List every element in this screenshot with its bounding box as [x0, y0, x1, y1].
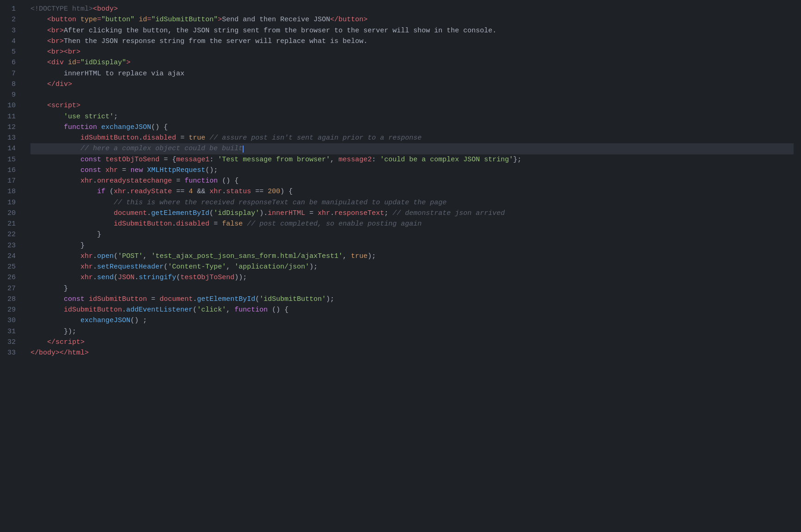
code-line-20: document.getElementById('idDisplay').inn… [31, 208, 794, 219]
code-line-14: // here a complex object could be built [31, 143, 794, 154]
line-num-7: 7 [7, 68, 16, 79]
line-num-1: 1 [7, 4, 16, 14]
code-line-28: const idSubmitButton = document.getEleme… [31, 294, 794, 305]
code-line-2: <button type="button" id="idSubmitButton… [31, 14, 794, 25]
code-line-22: } [31, 229, 794, 240]
line-num-12: 12 [7, 122, 16, 133]
line-num-28: 28 [7, 294, 16, 305]
code-editor: 1 2 3 4 5 6 7 8 9 10 11 12 13 14 15 16 1… [0, 0, 801, 532]
line-num-3: 3 [7, 25, 16, 36]
code-line-23: } [31, 240, 794, 251]
line-num-8: 8 [7, 79, 16, 90]
code-content: <!DOCTYPE html><body> <button type="butt… [23, 4, 801, 528]
code-line-6: <div id="idDisplay"> [31, 57, 794, 68]
line-num-9: 9 [7, 90, 16, 100]
line-num-31: 31 [7, 326, 16, 337]
body-open-tag: <body> [93, 5, 118, 13]
code-line-13: idSubmitButton.disabled = true // assure… [31, 133, 794, 143]
code-line-1: <!DOCTYPE html><body> [31, 4, 794, 14]
line-num-27: 27 [7, 283, 16, 294]
code-line-17: xhr.onreadystatechange = function () { [31, 176, 794, 186]
code-line-16: const xhr = new XMLHttpRequest(); [31, 165, 794, 176]
code-line-31: }); [31, 326, 794, 337]
code-line-10: <script> [31, 100, 794, 111]
line-num-21: 21 [7, 219, 16, 229]
line-num-30: 30 [7, 315, 16, 326]
code-line-11: 'use strict'; [31, 111, 794, 122]
code-line-21: idSubmitButton.disabled = false // post … [31, 219, 794, 229]
line-num-17: 17 [7, 176, 16, 186]
line-num-19: 19 [7, 197, 16, 208]
code-line-26: xhr.send(JSON.stringify(testObjToSend)); [31, 272, 794, 283]
button-tag-open: <button type="button" id="idSubmitButton… [47, 16, 222, 24]
line-num-25: 25 [7, 262, 16, 272]
line-num-29: 29 [7, 305, 16, 315]
code-line-18: if (xhr.readyState == 4 && xhr.status ==… [31, 186, 794, 197]
line-numbers: 1 2 3 4 5 6 7 8 9 10 11 12 13 14 15 16 1… [0, 4, 23, 528]
code-line-32: </script> [31, 337, 794, 348]
code-line-15: const testObjToSend = {message1: 'Test m… [31, 154, 794, 165]
code-line-3: <br>After clicking the button, the JSON … [31, 25, 794, 36]
code-line-9 [31, 90, 794, 100]
code-line-19: // this is where the received responseTe… [31, 197, 794, 208]
code-line-27: } [31, 283, 794, 294]
code-line-12: function exchangeJSON() { [31, 122, 794, 133]
line-num-23: 23 [7, 240, 16, 251]
code-line-8: </div> [31, 79, 794, 90]
line-num-14: 14 [7, 143, 16, 154]
line-num-33: 33 [7, 348, 16, 358]
line-num-26: 26 [7, 272, 16, 283]
code-line-30: exchangeJSON() ; [31, 315, 794, 326]
line-num-16: 16 [7, 165, 16, 176]
code-line-33: </body></html> [31, 348, 794, 358]
line-num-24: 24 [7, 251, 16, 262]
line-num-2: 2 [7, 14, 16, 25]
code-line-4: <br>Then the JSON response string from t… [31, 36, 794, 47]
line-num-13: 13 [7, 133, 16, 143]
code-line-24: xhr.open('POST', 'test_ajax_post_json_sa… [31, 251, 794, 262]
line-num-10: 10 [7, 100, 16, 111]
code-line-5: <br><br> [31, 47, 794, 57]
line-num-32: 32 [7, 337, 16, 348]
line-num-11: 11 [7, 111, 16, 122]
code-line-25: xhr.setRequestHeader('Content-Type', 'ap… [31, 262, 794, 272]
line-num-4: 4 [7, 36, 16, 47]
code-line-29: idSubmitButton.addEventListener('click',… [31, 305, 794, 315]
line-num-15: 15 [7, 154, 16, 165]
line-num-22: 22 [7, 229, 16, 240]
code-line-7: innerHTML to replace via ajax [31, 68, 794, 79]
line-num-5: 5 [7, 47, 16, 57]
line-num-6: 6 [7, 57, 16, 68]
line-num-20: 20 [7, 208, 16, 219]
line-num-18: 18 [7, 186, 16, 197]
doctype-text: <!DOCTYPE html> [31, 5, 93, 13]
